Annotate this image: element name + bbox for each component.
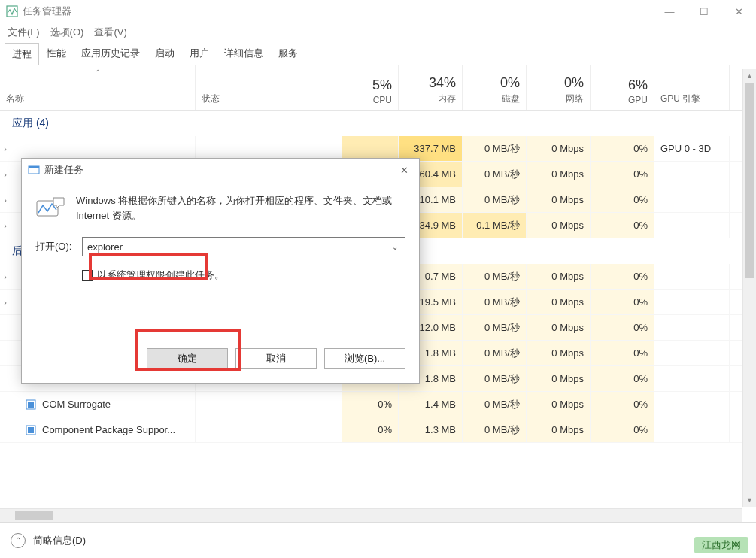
maximize-button[interactable]: ☐ <box>687 0 721 23</box>
col-status[interactable]: 状态 <box>196 65 342 110</box>
run-illustration-icon <box>35 195 65 220</box>
tab-performance[interactable]: 性能 <box>39 42 74 65</box>
fewer-details-icon[interactable]: ⌃ <box>11 533 26 548</box>
menu-file[interactable]: 文件(F) <box>8 26 40 39</box>
dialog-title: 新建任务 <box>44 163 83 177</box>
expand-icon[interactable]: › <box>0 144 15 153</box>
open-label: 打开(O): <box>35 240 76 253</box>
col-cpu[interactable]: 5%CPU <box>342 65 399 110</box>
scroll-up-icon[interactable]: ▲ <box>743 69 756 83</box>
watermark: 江西龙网 <box>694 537 748 553</box>
open-combobox[interactable]: explorer ⌄ <box>82 237 405 256</box>
col-name[interactable]: ⌃ 名称 <box>0 65 196 110</box>
open-value: explorer <box>87 241 123 253</box>
expand-icon[interactable]: › <box>0 170 15 179</box>
svg-rect-6 <box>28 402 34 408</box>
tab-details[interactable]: 详细信息 <box>217 42 271 65</box>
admin-checkbox[interactable] <box>82 270 93 281</box>
ok-button[interactable]: 确定 <box>147 348 228 369</box>
table-row[interactable]: COM Surrogate 0% 1.4 MB 0 MB/秒 0 Mbps 0% <box>0 392 756 417</box>
minimize-button[interactable]: — <box>652 0 687 23</box>
browse-button[interactable]: 浏览(B)... <box>324 348 405 369</box>
col-gpu[interactable]: 6%GPU <box>591 65 654 110</box>
col-memory[interactable]: 34%内存 <box>399 65 463 110</box>
expand-icon[interactable]: › <box>0 221 15 230</box>
svg-rect-8 <box>28 427 34 433</box>
table-header: ⌃ 名称 状态 5%CPU 34%内存 0%磁盘 0%网络 6%GPU GPU … <box>0 65 756 111</box>
tab-app-history[interactable]: 应用历史记录 <box>74 42 147 65</box>
run-dialog: 新建任务 ✕ Windows 将根据你所键入的名称，为你打开相应的程序、文件夹、… <box>21 158 420 384</box>
scroll-down-icon[interactable]: ▼ <box>743 493 756 507</box>
vertical-scrollbar[interactable]: ▲ ▼ <box>742 69 756 507</box>
menu-bar: 文件(F) 选项(O) 查看(V) <box>0 23 756 42</box>
tab-startup[interactable]: 启动 <box>147 42 182 65</box>
menu-view[interactable]: 查看(V) <box>94 26 126 39</box>
fewer-details-label[interactable]: 简略信息(D) <box>33 534 86 547</box>
service-icon <box>26 425 36 435</box>
dialog-close-button[interactable]: ✕ <box>389 159 419 181</box>
title-bar: 任务管理器 — ☐ ✕ <box>0 0 756 23</box>
expand-icon[interactable]: › <box>0 298 15 307</box>
dialog-titlebar: 新建任务 ✕ <box>22 159 419 181</box>
scroll-thumb[interactable] <box>15 511 53 520</box>
footer: ⌃ 简略信息(D) <box>0 522 756 558</box>
col-network[interactable]: 0%网络 <box>527 65 591 110</box>
tab-services[interactable]: 服务 <box>271 42 305 65</box>
tab-users[interactable]: 用户 <box>182 42 217 65</box>
tab-processes[interactable]: 进程 <box>5 43 39 65</box>
task-manager-icon <box>6 5 18 17</box>
chevron-down-icon[interactable]: ⌄ <box>388 240 402 253</box>
expand-icon[interactable]: › <box>0 196 15 205</box>
service-icon <box>26 399 36 410</box>
group-apps: 应用 (4) <box>0 111 756 136</box>
col-gpu-engine[interactable]: GPU 引擎 <box>654 65 730 110</box>
tab-strip: 进程 性能 应用历史记录 启动 用户 详细信息 服务 <box>0 42 756 65</box>
sort-indicator-icon: ⌃ <box>95 68 101 77</box>
horizontal-scrollbar[interactable] <box>0 508 742 522</box>
expand-icon[interactable]: › <box>0 272 15 281</box>
table-row[interactable]: Component Package Suppor... 0% 1.3 MB 0 … <box>0 417 756 443</box>
run-dialog-icon <box>28 164 40 176</box>
admin-label: 以系统管理权限创建此任务。 <box>97 268 224 282</box>
scroll-thumb[interactable] <box>745 83 754 278</box>
close-button[interactable]: ✕ <box>721 0 756 23</box>
col-disk[interactable]: 0%磁盘 <box>463 65 527 110</box>
window-title: 任务管理器 <box>23 5 652 18</box>
dialog-description: Windows 将根据你所键入的名称，为你打开相应的程序、文件夹、文档或 Int… <box>76 193 405 223</box>
menu-options[interactable]: 选项(O) <box>50 26 84 39</box>
process-name: Component Package Suppor... <box>42 424 175 435</box>
cancel-button[interactable]: 取消 <box>235 348 317 369</box>
process-name: COM Surrogate <box>42 399 111 410</box>
svg-rect-10 <box>29 166 39 168</box>
